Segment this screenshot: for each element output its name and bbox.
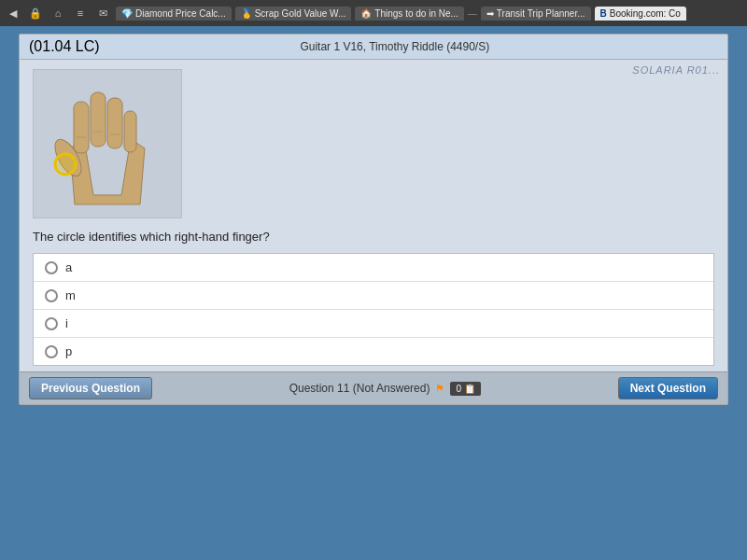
svg-rect-5	[124, 111, 136, 152]
tab-diamond-favicon: 💎	[121, 8, 133, 19]
tab-diamond-label: Diamond Price Calc...	[135, 8, 226, 19]
tab-scrap[interactable]: 🥇 Scrap Gold Value W...	[235, 7, 352, 21]
next-question-button[interactable]: Next Question	[618, 377, 718, 399]
quiz-top-bar: (01.04 LC) Guitar 1 V16, Timothy Riddle …	[20, 35, 727, 60]
option-row-a[interactable]: a	[34, 254, 713, 282]
option-label-a: a	[65, 260, 72, 274]
browser-icon-group: ◀ 🔒 ⌂ ≡ ✉	[6, 6, 110, 21]
tab-things[interactable]: 🏠 Things to do in Ne...	[355, 7, 464, 21]
menu-icon[interactable]: ≡	[73, 6, 88, 21]
mail-icon[interactable]: ✉	[95, 6, 110, 21]
quiz-title: Guitar 1 V16, Timothy Riddle (4490/S)	[300, 40, 489, 53]
option-row-m[interactable]: m	[34, 282, 713, 310]
tab-things-favicon: 🏠	[360, 8, 372, 19]
tab-diamond[interactable]: 💎 Diamond Price Calc...	[116, 7, 232, 21]
option-row-i[interactable]: i	[34, 310, 713, 338]
quiz-body: The circle identifies which right-hand f…	[20, 60, 727, 371]
svg-rect-4	[107, 98, 122, 148]
browser-bar: ◀ 🔒 ⌂ ≡ ✉ 💎 Diamond Price Calc... 🥇 Scra…	[0, 0, 747, 26]
tab-divider: —	[468, 8, 477, 19]
tab-things-label: Things to do in Ne...	[374, 8, 458, 19]
footer-left: Previous Question	[29, 377, 152, 399]
quiz-label: (01.04 LC)	[29, 38, 100, 55]
question-text: The circle identifies which right-hand f…	[33, 230, 714, 244]
tab-transit[interactable]: ➡ Transit Trip Planner...	[481, 7, 591, 21]
option-label-m: m	[65, 288, 76, 302]
radio-p[interactable]	[45, 345, 58, 358]
tab-transit-label: Transit Trip Planner...	[497, 8, 585, 19]
svg-rect-2	[74, 102, 89, 153]
radio-a[interactable]	[45, 261, 58, 274]
status-badge: 0 📋	[450, 382, 481, 396]
badge-icon: 📋	[464, 384, 475, 394]
tab-booking-favicon: B	[600, 8, 607, 19]
tab-scrap-favicon: 🥇	[241, 8, 252, 19]
status-text: Question 11 (Not Answered)	[289, 382, 430, 395]
footer-right: Next Question	[618, 377, 718, 399]
home-icon[interactable]: ⌂	[50, 6, 65, 21]
radio-m[interactable]	[45, 289, 58, 302]
svg-rect-3	[91, 92, 106, 147]
option-label-p: p	[65, 344, 72, 358]
radio-i[interactable]	[45, 317, 58, 330]
tab-booking[interactable]: B Booking.com: Co	[595, 7, 686, 21]
hand-image-area	[33, 69, 182, 218]
main-area: (01.04 LC) Guitar 1 V16, Timothy Riddle …	[0, 26, 747, 560]
option-label-i: i	[65, 316, 68, 330]
badge-count: 0	[456, 384, 461, 394]
flag-icon: ⚑	[435, 383, 444, 395]
tab-scrap-label: Scrap Gold Value W...	[255, 8, 346, 19]
footer-center: Question 11 (Not Answered) ⚑ 0 📋	[289, 382, 481, 396]
lock-icon: 🔒	[28, 6, 43, 21]
option-row-p[interactable]: p	[34, 338, 713, 365]
svg-point-9	[55, 154, 76, 175]
quiz-window: (01.04 LC) Guitar 1 V16, Timothy Riddle …	[19, 34, 728, 405]
quiz-footer: Previous Question Question 11 (Not Answe…	[20, 371, 727, 404]
watermark: SOLARIA R01...	[632, 64, 720, 76]
prev-question-button[interactable]: Previous Question	[29, 377, 152, 399]
tab-booking-label: Booking.com: Co	[610, 8, 681, 19]
hand-svg	[51, 74, 163, 214]
back-icon[interactable]: ◀	[6, 6, 21, 21]
tab-strip: 💎 Diamond Price Calc... 🥇 Scrap Gold Val…	[116, 7, 741, 21]
tab-transit-favicon: ➡	[486, 8, 494, 19]
options-container: a m i p	[33, 253, 714, 366]
